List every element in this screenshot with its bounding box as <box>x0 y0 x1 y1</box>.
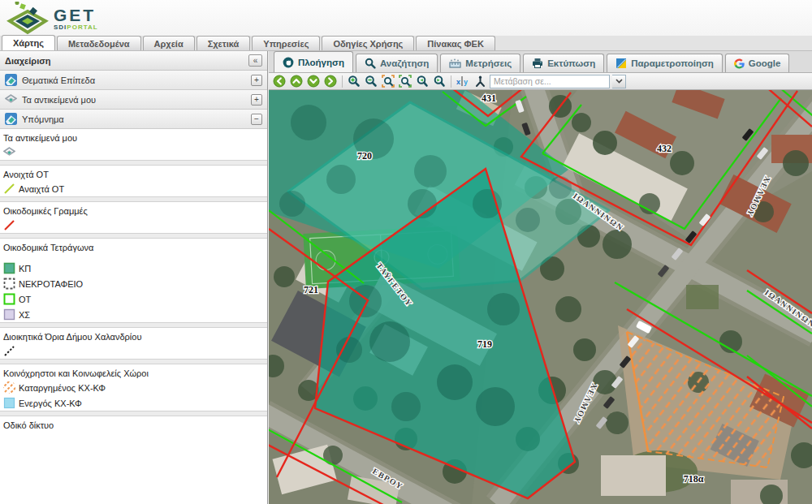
pan-left-button[interactable] <box>272 74 287 88</box>
pan-up-button[interactable] <box>289 74 304 88</box>
expand-button[interactable]: + <box>251 75 262 86</box>
layers-icon <box>5 74 17 86</box>
pan-right-icon <box>324 75 337 88</box>
map-viewport[interactable]: ΙΩΑΝΝΙΝΩΝ ΙΩΑΝΝΙΝΩΝ ΧΕΛΜΟΥ ΧΕΛΜΟΥ ΕΒΡΟΥ … <box>269 90 812 504</box>
legend-group-title: Κοινόχρηστοι και Κοινωφελείς Χώροι <box>0 364 267 380</box>
abolished-kxkf-swatch <box>3 381 15 394</box>
zoom-box-in-icon <box>382 75 395 88</box>
tab-files[interactable]: Αρχεία <box>143 36 195 50</box>
tab-google[interactable]: Google <box>725 54 790 72</box>
sidebar-title: Διαχείριση <box>5 56 50 66</box>
active-kxkf-swatch <box>3 397 15 409</box>
tab-navigation[interactable]: Πλοήγηση <box>274 51 353 72</box>
legend-group-title: Διοικητικά Όρια Δήμου Χαλανδρίου <box>0 328 267 343</box>
legend-separator <box>0 160 267 166</box>
legend-item <box>0 218 267 233</box>
goto-input[interactable] <box>490 75 610 88</box>
legend-item: Αναιχτά ΟΤ <box>0 181 267 196</box>
tab-print[interactable]: Εκτύπωση <box>523 54 604 72</box>
legend-content: Τα αντικείμενά μου Ανοιχτά ΟΤ Αναιχτά ΟΤ <box>0 129 267 504</box>
legend-separator <box>0 322 267 328</box>
printer-icon <box>532 58 543 69</box>
legend-group-title: Τα αντικείμενά μου <box>0 129 267 144</box>
tab-fek-table[interactable]: Πίνακας ΦΕΚ <box>416 36 495 50</box>
legend-group-public-spaces: Κοινόχρηστοι και Κοινωφελείς Χώροι Καταρ… <box>0 364 267 411</box>
legend-item: Ενεργός ΚΧ-ΚΦ <box>0 395 267 411</box>
legend-item <box>0 144 267 160</box>
map-tab-label: Εκτύπωση <box>547 58 595 68</box>
panel-thematic-layers[interactable]: Θεματικά Επίπεδα + <box>0 71 267 90</box>
zoom-box-out-button[interactable] <box>398 74 412 88</box>
my-objects-icon <box>5 93 17 106</box>
top-header: GET SDIPORTAL <box>0 0 812 36</box>
legend-item-label: Αναιχτά ΟΤ <box>19 184 64 194</box>
toolbar-separator <box>451 75 451 88</box>
tab-metadata[interactable]: Μεταδεδομένα <box>57 36 141 50</box>
goto-point-icon <box>474 75 486 88</box>
parcel-label-720: 720 <box>357 150 372 162</box>
tab-search[interactable]: Αναζήτηση <box>356 54 438 72</box>
pan-up-icon <box>290 75 303 88</box>
yellowgreen-line-swatch <box>3 183 15 195</box>
legend-group-title: Ανοιχτά ΟΤ <box>0 166 267 181</box>
pan-right-button[interactable] <box>323 74 338 88</box>
legend-group-title: Οδικό δίκτυο <box>0 416 267 432</box>
legend-separator <box>0 411 267 416</box>
svg-text:x: x <box>456 78 460 86</box>
coordinates-xy-button[interactable]: xy <box>456 74 470 88</box>
legend-group-title: Οικοδομικές Γραμμές <box>0 202 267 218</box>
legend-group-road-network: Οδικό δίκτυο <box>0 416 267 432</box>
zoom-next-icon <box>433 75 446 88</box>
legend-item: ΚΠ <box>0 261 267 276</box>
main-tab-bar: Χάρτης Μεταδεδομένα Αρχεία Σχετικά Υπηρε… <box>0 36 812 51</box>
legend-icon <box>5 113 17 125</box>
legend-group-building-lines: Οικοδομικές Γραμμές <box>0 202 267 233</box>
goto-point-button[interactable] <box>473 74 487 88</box>
legend-item-label: ΚΠ <box>19 264 31 274</box>
tab-map[interactable]: Χάρτης <box>2 35 55 50</box>
parcel-label-721: 721 <box>304 284 318 295</box>
tab-usage-guide[interactable]: Οδηγίες Χρήσης <box>322 36 414 50</box>
panel-my-objects[interactable]: Τα αντικείμενά μου + <box>0 90 267 110</box>
legend-item-label: ΧΣ <box>19 310 30 320</box>
zoom-out-icon <box>365 75 378 88</box>
tab-configuration[interactable]: Παραμετροποίηση <box>607 54 723 72</box>
legend-item: Καταργημένος ΚΧ-ΚΦ <box>0 380 267 395</box>
sidebar-collapse-button[interactable]: « <box>248 54 262 67</box>
legend-separator <box>0 359 267 364</box>
zoom-box-in-button[interactable] <box>381 74 395 88</box>
red-line-swatch <box>3 219 15 231</box>
xs-swatch <box>3 308 15 321</box>
my-objects-swatch-icon <box>3 146 15 158</box>
legend-item: ΝΕΚΡΟΤΑΦΕΙΟ <box>0 276 267 291</box>
legend-group-admin-boundaries: Διοικητικά Όρια Δήμου Χαλανδρίου <box>0 328 267 359</box>
expand-button[interactable]: + <box>251 94 262 106</box>
tab-about[interactable]: Σχετικά <box>197 36 251 50</box>
sidebar-header: Διαχείριση « <box>0 51 267 71</box>
logo-portal-text: PORTAL <box>67 24 97 31</box>
cemetery-swatch <box>3 278 15 290</box>
zoom-out-button[interactable] <box>364 74 378 88</box>
goto-dropdown-button[interactable] <box>612 75 626 88</box>
parcel-label-431: 431 <box>482 93 496 104</box>
tab-services[interactable]: Υπηρεσίες <box>252 36 320 50</box>
parcel-label-432: 432 <box>657 143 672 154</box>
xy-coordinates-icon: xy <box>456 75 469 87</box>
zoom-previous-button[interactable] <box>415 74 430 88</box>
legend-item-label: Ενεργός ΚΧ-ΚΦ <box>19 398 82 408</box>
pan-down-button[interactable] <box>306 74 321 88</box>
map-tab-label: Αναζήτηση <box>380 58 429 68</box>
zoom-next-button[interactable] <box>432 74 447 88</box>
tab-measurements[interactable]: Μετρήσεις <box>440 54 520 72</box>
kp-swatch <box>3 262 15 274</box>
legend-item-label: ΟΤ <box>19 295 31 304</box>
legend-group-building-blocks: Οικοδομικά Τετράγωνα ΚΠ ΝΕΚΡΟΤΑΦΕΙΟ ΟΤ Χ… <box>0 239 267 322</box>
map-canvas[interactable]: ΙΩΑΝΝΙΝΩΝ ΙΩΑΝΝΙΝΩΝ ΧΕΛΜΟΥ ΧΕΛΜΟΥ ΕΒΡΟΥ … <box>269 90 812 504</box>
legend-item: ΧΣ <box>0 307 267 322</box>
zoom-box-out-icon <box>399 75 412 88</box>
panel-legend[interactable]: Υπόμνημα − <box>0 110 267 129</box>
legend-group-title: Οικοδομικά Τετράγωνα <box>0 239 267 261</box>
google-g-icon <box>734 58 745 69</box>
collapse-button[interactable]: − <box>251 114 262 125</box>
zoom-in-button[interactable] <box>347 74 361 88</box>
